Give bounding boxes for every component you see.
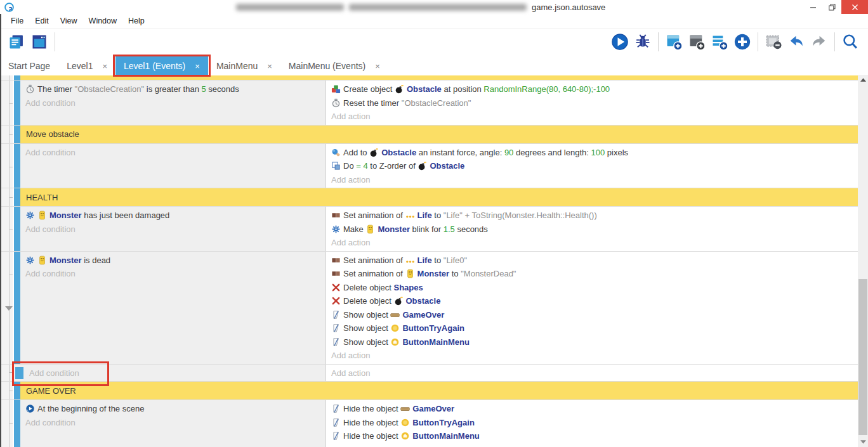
event-row[interactable]: Add conditionAdd to Obstacle an instant … <box>0 144 868 189</box>
action-line[interactable]: Hide the object ButtonTryAgain <box>331 416 863 430</box>
gdevelop-window: game.json.autosave FileEditViewWindowHel… <box>0 0 868 447</box>
condition-line[interactable]: The timer "ObstacleCreation" is greater … <box>25 82 320 96</box>
action-line[interactable]: Set animation of Monster to "MonsterDead… <box>331 267 863 281</box>
tab-close-icon[interactable]: × <box>195 62 200 71</box>
action-line[interactable]: Show object ButtonTryAgain <box>331 321 863 335</box>
add-condition-button[interactable]: Add condition <box>25 416 320 430</box>
action-line[interactable]: Hide the object ButtonMainMenu <box>331 429 863 443</box>
action-line[interactable]: Show object ButtonMainMenu <box>331 335 863 349</box>
add-condition-button[interactable]: Add condition <box>25 96 320 110</box>
conditions-cell[interactable]: Add condition <box>13 365 326 382</box>
add-action-button[interactable]: Add action <box>331 110 863 124</box>
action-line[interactable]: Set animation of Life to "Life0" <box>331 254 863 268</box>
group-row[interactable]: Move obstacle <box>0 126 868 144</box>
text-segment: seconds <box>455 224 488 234</box>
action-line[interactable]: Add to Obstacle an instant force, angle:… <box>331 146 863 160</box>
condition-line[interactable]: Monster has just been damaged <box>25 209 320 223</box>
scroll-up-arrow[interactable] <box>858 75 868 85</box>
add-condition-button[interactable]: Add condition <box>29 366 79 380</box>
vertical-scrollbar[interactable] <box>858 75 868 447</box>
action-line[interactable]: Delete object Obstacle <box>331 294 863 308</box>
tab-level1-events-[interactable]: Level1 (Events)× <box>115 56 208 75</box>
tab-close-icon[interactable]: × <box>375 62 380 71</box>
tab-close-icon[interactable]: × <box>267 62 272 71</box>
condition-line[interactable]: Monster is dead <box>25 254 320 268</box>
menu-window[interactable]: Window <box>83 16 122 25</box>
actions-cell[interactable]: Set animation of Life to "Life" + ToStri… <box>326 207 868 251</box>
tab-mainmenu[interactable]: MainMenu× <box>208 56 280 75</box>
tab-close-icon[interactable]: × <box>102 62 107 71</box>
action-line[interactable]: Delete object Shapes <box>331 281 863 295</box>
redo-button[interactable] <box>810 32 829 51</box>
action-line[interactable]: Make Monster blink for 1.5 seconds <box>331 223 863 236</box>
event-row[interactable]: Monster is deadAdd conditionSet animatio… <box>0 252 868 365</box>
undo-button[interactable] <box>787 32 806 51</box>
add-action-button[interactable]: Add action <box>331 236 863 250</box>
action-line[interactable]: Create object Obstacle at position Rando… <box>331 82 863 96</box>
event-bar[interactable] <box>14 144 20 188</box>
action-line[interactable]: Do = 4 to Z-order of Obstacle <box>331 159 863 173</box>
redacted-title-text <box>236 4 344 11</box>
condition-line[interactable]: At the beginning of the scene <box>25 402 320 416</box>
event-row[interactable]: At the beginning of the sceneAdd conditi… <box>0 400 868 447</box>
menu-help[interactable]: Help <box>122 16 150 25</box>
conditions-cell[interactable]: Monster is deadAdd condition <box>20 252 326 364</box>
object-name: GameOver <box>402 310 444 320</box>
search-button[interactable] <box>841 32 860 51</box>
add-action-button[interactable]: Add action <box>331 173 863 187</box>
event-bar[interactable] <box>14 207 20 251</box>
group-header[interactable]: GAME OVER <box>20 382 868 399</box>
event-bar[interactable] <box>14 252 20 364</box>
add-external-layout-button[interactable] <box>710 32 729 51</box>
group-row[interactable]: GAME OVER <box>0 382 868 400</box>
tab-start-page[interactable]: Start Page <box>0 56 58 75</box>
action-line[interactable]: Hide the object GameOver <box>331 402 863 416</box>
menu-edit[interactable]: Edit <box>29 16 55 25</box>
close-button[interactable] <box>841 0 868 14</box>
add-external-events-button[interactable] <box>687 32 706 51</box>
group-header[interactable]: Move obstacle <box>20 126 868 143</box>
action-line[interactable]: Show object GameOver <box>331 308 863 322</box>
actions-cell[interactable]: Add to Obstacle an instant force, angle:… <box>326 144 868 188</box>
group-header[interactable]: HEALTH <box>20 188 868 206</box>
play-button[interactable] <box>610 32 629 51</box>
add-condition-button[interactable]: Add condition <box>25 146 320 160</box>
conditions-cell[interactable]: At the beginning of the sceneAdd conditi… <box>20 400 326 447</box>
tab-mainmenu-events-[interactable]: MainMenu (Events)× <box>280 56 388 75</box>
scroll-down-arrow[interactable] <box>858 437 868 447</box>
actions-cell[interactable]: Create object Obstacle at position Rando… <box>326 81 868 125</box>
action-line[interactable]: Reset the timer "ObstacleCreation" <box>331 96 863 110</box>
tab-level1[interactable]: Level1× <box>58 56 115 75</box>
action-line[interactable]: Set animation of Life to "Life" + ToStri… <box>331 209 863 223</box>
add-scene-button[interactable] <box>664 32 683 51</box>
group-row[interactable]: HEALTH <box>0 188 868 207</box>
image-remove-button[interactable] <box>764 32 783 51</box>
add-action-button[interactable]: Add action <box>331 443 863 447</box>
minimize-button[interactable] <box>803 0 822 14</box>
scene-editor-button[interactable] <box>30 32 49 51</box>
add-action-button[interactable]: Add action <box>331 349 863 363</box>
scrollbar-thumb[interactable] <box>858 279 867 435</box>
event-bar[interactable] <box>15 367 23 379</box>
debug-button[interactable] <box>633 32 652 51</box>
menu-view[interactable]: View <box>55 16 83 25</box>
add-new-button[interactable] <box>733 32 752 51</box>
event-row[interactable]: Monster has just been damagedAdd conditi… <box>0 207 868 252</box>
empty-event-row[interactable]: Add conditionAdd action <box>0 365 868 382</box>
project-manager-button[interactable] <box>7 32 26 51</box>
actions-cell[interactable]: Add action <box>326 365 868 382</box>
actions-cell[interactable]: Set animation of Life to "Life0"Set anim… <box>326 252 868 364</box>
event-row[interactable]: The timer "ObstacleCreation" is greater … <box>0 81 868 126</box>
event-bar[interactable] <box>14 400 20 447</box>
conditions-cell[interactable]: The timer "ObstacleCreation" is greater … <box>20 81 326 125</box>
menu-file[interactable]: File <box>5 16 29 25</box>
actions-cell[interactable]: Hide the object GameOverHide the object … <box>326 400 868 447</box>
conditions-cell[interactable]: Monster has just been damagedAdd conditi… <box>20 207 326 251</box>
event-bar[interactable] <box>14 81 20 125</box>
restore-button[interactable] <box>822 0 841 14</box>
show-icon <box>331 431 341 441</box>
add-condition-button[interactable]: Add condition <box>25 267 320 281</box>
conditions-cell[interactable]: Add condition <box>20 144 326 188</box>
add-condition-button[interactable]: Add condition <box>25 223 320 236</box>
add-action-button[interactable]: Add action <box>331 366 863 380</box>
